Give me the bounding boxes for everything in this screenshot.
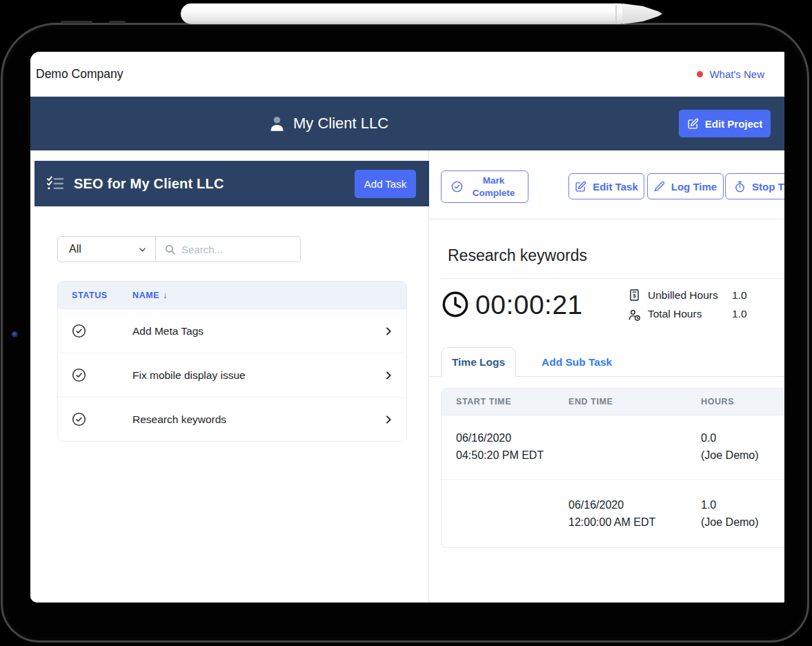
divider	[442, 278, 784, 279]
user-clock-icon	[628, 309, 641, 322]
timer-value: 00:00:21	[475, 290, 583, 320]
start-time-cell: 06/16/2020 04:50:20 PM EDT	[442, 429, 568, 464]
task-detail-panel: Mark Complete Edit Task	[430, 150, 784, 603]
stylus-tip	[622, 3, 662, 24]
tasks-table: STATUS NAME ↓ Add Meta Tags	[57, 281, 407, 442]
task-row[interactable]: Add Meta Tags	[58, 309, 406, 353]
end-time: 12:00:00 AM EDT	[568, 513, 701, 531]
tasks-table-header: STATUS NAME ↓	[58, 282, 406, 309]
task-search-input[interactable]	[181, 244, 293, 255]
mark-complete-button[interactable]: Mark Complete	[441, 170, 528, 203]
stop-timer-button[interactable]: Stop Ti	[725, 173, 784, 199]
edit-task-label: Edit Task	[593, 181, 638, 193]
stat-value: 1.0	[732, 308, 747, 320]
log-time-button[interactable]: Log Time	[647, 173, 724, 199]
task-detail-title: Research keywords	[448, 246, 587, 265]
time-log-row[interactable]: 06/16/2020 12:00:00 AM EDT 1.0 (Joe Demo…	[442, 479, 784, 547]
chevron-down-icon	[138, 245, 147, 254]
edit-project-button[interactable]: Edit Project	[679, 110, 771, 137]
tablet-volume-button	[61, 21, 92, 23]
stat-label: Total Hours	[648, 308, 702, 320]
mark-complete-label: Mark Complete	[469, 175, 519, 199]
divider	[430, 219, 784, 219]
stopwatch-icon	[734, 181, 746, 193]
invoice-dollar-icon: $	[628, 288, 641, 302]
sort-desc-icon: ↓	[163, 291, 168, 300]
task-name: Fix mobile display issue	[132, 369, 246, 382]
pencil-icon	[654, 181, 665, 192]
clock-icon	[442, 291, 469, 318]
task-row[interactable]: Research keywords	[58, 397, 406, 441]
search-icon	[164, 244, 176, 255]
chevron-right-icon	[383, 414, 394, 425]
tab-add-sub-task[interactable]: Add Sub Task	[529, 347, 624, 377]
log-time-label: Log Time	[671, 181, 717, 193]
content-area: SEO for My Client LLC Add Task All	[30, 150, 784, 603]
column-name[interactable]: NAME ↓	[132, 291, 168, 300]
add-task-button[interactable]: Add Task	[355, 170, 416, 198]
whats-new-label: What's New	[709, 68, 764, 80]
end-time-cell: 06/16/2020 12:00:00 AM EDT	[568, 496, 701, 531]
column-status: STATUS	[72, 291, 132, 300]
task-list-panel: SEO for My Client LLC Add Task All	[30, 150, 429, 603]
column-hours: HOURS	[701, 397, 784, 407]
check-circle-icon	[72, 412, 86, 427]
check-circle-icon	[72, 368, 86, 382]
task-name: Research keywords	[132, 413, 226, 426]
time-logs-header: START TIME END TIME HOURS	[442, 389, 784, 415]
whats-new-link[interactable]: What's New	[697, 52, 764, 97]
edit-project-label: Edit Project	[705, 118, 762, 130]
task-name: Add Meta Tags	[132, 325, 204, 337]
edit-icon	[575, 181, 586, 193]
edit-task-button[interactable]: Edit Task	[568, 173, 644, 199]
app-screen: Demo Company What's New My Client LLC	[30, 52, 784, 603]
task-list-icon	[47, 176, 64, 191]
column-name-label: NAME	[132, 291, 159, 300]
task-filter-row: All	[57, 236, 301, 262]
time-logs-table: START TIME END TIME HOURS 06/16/2020 04:…	[441, 388, 784, 548]
tab-time-logs[interactable]: Time Logs	[441, 347, 516, 377]
hours-cell: 1.0 (Joe Demo)	[701, 496, 784, 531]
time-log-row[interactable]: 06/16/2020 04:50:20 PM EDT 0.0 (Joe Demo…	[442, 415, 784, 479]
project-title: My Client LLC	[293, 115, 388, 133]
task-filter-value: All	[69, 243, 81, 255]
person-icon	[268, 115, 286, 133]
end-date: 06/16/2020	[568, 496, 701, 513]
top-bar: Demo Company What's New	[30, 52, 784, 97]
notification-dot-icon	[697, 71, 703, 77]
project-title-group: My Client LLC	[268, 97, 388, 150]
stat-value: 1.0	[732, 289, 747, 302]
log-user: (Joe Demo)	[701, 447, 784, 464]
start-time: 04:50:20 PM EDT	[456, 447, 568, 464]
stat-label: Unbilled Hours	[648, 289, 718, 302]
stylus-seam	[615, 5, 617, 23]
stage: Demo Company What's New My Client LLC	[0, 0, 812, 646]
log-user: (Joe Demo)	[701, 513, 784, 531]
svg-text:$: $	[633, 293, 636, 299]
stylus-shaft	[181, 3, 622, 24]
task-panel-title: SEO for My Client LLC	[74, 176, 224, 192]
company-name: Demo Company	[36, 52, 123, 97]
check-circle-icon	[72, 324, 86, 338]
chevron-right-icon	[383, 326, 394, 337]
stop-timer-label: Stop Ti	[752, 181, 784, 193]
task-search-box	[156, 236, 301, 262]
project-header: My Client LLC Edit Project	[30, 97, 784, 150]
tablet-power-button	[109, 21, 126, 23]
hours-value: 0.0	[701, 429, 784, 447]
hours-cell: 0.0 (Joe Demo)	[701, 429, 784, 464]
start-time-cell	[442, 496, 568, 531]
check-circle-icon	[451, 181, 463, 193]
stylus-pencil	[181, 3, 664, 24]
task-filter-select[interactable]: All	[57, 236, 156, 262]
hours-value: 1.0	[701, 496, 784, 513]
column-start-time: START TIME	[442, 397, 568, 407]
chevron-right-icon	[383, 370, 394, 381]
edit-icon	[687, 118, 699, 130]
start-date: 06/16/2020	[456, 429, 568, 447]
column-end-time: END TIME	[568, 397, 701, 407]
task-row[interactable]: Fix mobile display issue	[58, 353, 406, 397]
tablet-camera	[12, 331, 18, 337]
end-time-cell	[568, 429, 701, 464]
task-panel-header: SEO for My Client LLC Add Task	[34, 161, 429, 206]
